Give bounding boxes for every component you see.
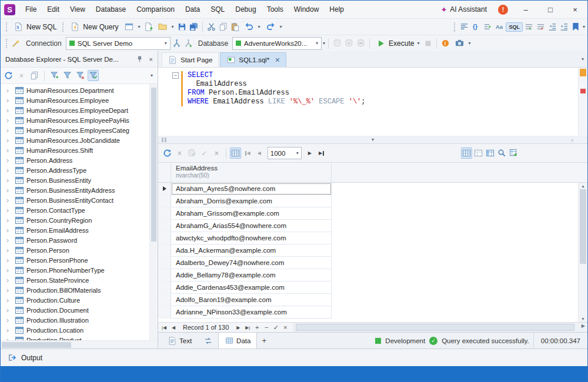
post-edit-button[interactable]: ✓ [271, 324, 280, 331]
grid-view-button[interactable] [461, 148, 472, 159]
grid-row[interactable]: Addie_Cardenas453@example.com [158, 282, 587, 294]
uncomment-lines-button[interactable] [535, 21, 546, 32]
code-snippets-button[interactable]: {} [470, 21, 482, 32]
tree-vertical-scrollbar[interactable] [149, 84, 158, 340]
email-cell[interactable]: Adolfo_Baron19@example.com [171, 294, 332, 306]
stop-execution-button[interactable] [422, 38, 433, 49]
expand-chevron-icon[interactable]: › [6, 207, 12, 213]
tree-item-table[interactable]: ›Person.AddressType [1, 165, 149, 175]
tree-item-table[interactable]: ›HumanResources.EmployeeDepart [1, 105, 149, 115]
editor-scrollbar[interactable] [578, 68, 587, 136]
expand-chevron-icon[interactable]: › [6, 297, 12, 303]
menu-tools[interactable]: Tools [262, 1, 289, 18]
tree-item-table[interactable]: ›Production.Product [1, 335, 149, 340]
expand-chevron-icon[interactable]: › [6, 257, 12, 263]
filter-button[interactable] [62, 70, 73, 81]
clear-filter-button[interactable] [75, 70, 86, 81]
tree-item-table[interactable]: ›Production.BillOfMaterials [1, 285, 149, 295]
expand-chevron-icon[interactable]: › [6, 267, 12, 273]
toolbar-grip[interactable] [6, 39, 7, 48]
schema-refresh-button[interactable] [343, 38, 355, 49]
tree-item-table[interactable]: ›Person.StateProvince [1, 275, 149, 285]
grid-row[interactable]: Ada.H_Ackerman@example.com [158, 244, 587, 257]
tree-item-table[interactable]: ›HumanResources.Shift [1, 145, 149, 155]
sql-editor[interactable]: − SELECT EmailAddressFROM Person.EmailAd… [158, 68, 587, 136]
splitter-handle-icon[interactable] [162, 138, 166, 142]
tree-item-table[interactable]: ›Production.Culture [1, 295, 149, 305]
close-button[interactable]: × [563, 1, 587, 18]
expand-chevron-icon[interactable]: › [6, 277, 12, 283]
grid-row[interactable]: abwctykc_whodpdfto@nowhere.com [158, 232, 587, 244]
save-all-button[interactable] [188, 21, 199, 32]
tab-close-icon[interactable]: ✕ [275, 56, 280, 64]
expand-chevron-icon[interactable]: › [6, 108, 12, 113]
profiler-button[interactable]: ! [440, 38, 451, 49]
add-filter-button[interactable] [49, 70, 60, 81]
compile-button[interactable] [332, 38, 343, 49]
maximize-button[interactable]: □ [538, 1, 563, 18]
expand-chevron-icon[interactable]: › [6, 177, 12, 183]
prev-record-button[interactable]: ◀ [169, 325, 178, 330]
grid-row[interactable]: Abraham_Dorris@example.com [158, 195, 587, 207]
edit-connection-button[interactable] [171, 38, 182, 49]
database-combo[interactable]: AdventureWorks20... ▾ [232, 37, 322, 50]
menu-database[interactable]: Database [91, 1, 131, 18]
expand-chevron-icon[interactable]: › [6, 227, 12, 233]
email-cell[interactable]: Abraham_Ayres5@nowhere.com [171, 183, 332, 195]
tree-item-table[interactable]: ›HumanResources.Employee [1, 95, 149, 105]
export-data-button[interactable] [508, 148, 519, 159]
tree-item-table[interactable]: ›HumanResources.Department [1, 85, 149, 95]
ai-assistant-button[interactable]: ✦ AI Assistant [435, 1, 493, 18]
close-panel-icon[interactable]: × [149, 56, 153, 63]
expand-chevron-icon[interactable]: › [6, 217, 12, 223]
email-cell[interactable]: abwctykc_whodpdfto@nowhere.com [171, 232, 332, 244]
new-file-button[interactable] [143, 21, 154, 32]
open-file-button[interactable]: ▾ [155, 20, 176, 34]
toolbar-grip[interactable] [6, 22, 7, 32]
tree-item-table[interactable]: ›HumanResources.JobCandidate [1, 135, 149, 145]
stop-data-button[interactable]: × [174, 148, 185, 159]
expand-chevron-icon[interactable]: › [6, 317, 12, 323]
bookmark-button[interactable] [570, 21, 582, 32]
document-list-caret[interactable]: ▾ [582, 56, 584, 62]
expand-chevron-icon[interactable]: › [6, 128, 12, 133]
execute-button[interactable]: Execute ▾ [373, 36, 422, 51]
pagination-toggle-button[interactable] [230, 148, 241, 159]
connection-combo[interactable]: SQL Server Demo ▾ [66, 37, 171, 50]
email-cell[interactable]: Abraham_Dorris@example.com [171, 195, 332, 207]
duplicate-object-button[interactable] [29, 70, 40, 81]
text-case-button[interactable]: Aa [494, 21, 505, 32]
expand-right-icon[interactable]: › [571, 136, 573, 143]
email-cell[interactable]: Addie_Cardenas453@example.com [171, 282, 332, 294]
grid-row[interactable]: Adolfo_Baron19@example.com [158, 294, 587, 306]
tab-text[interactable]: Text [162, 333, 198, 349]
copy-button[interactable] [218, 21, 229, 32]
card-view-button[interactable] [473, 148, 484, 159]
menu-comparison[interactable]: Comparison [131, 1, 180, 18]
grid-row[interactable]: Adalberto_Dewey74@nowhere.com [158, 257, 587, 269]
email-cell[interactable]: Adalberto_Dewey74@nowhere.com [171, 257, 332, 269]
tree-item-table[interactable]: ›Production.Illustration [1, 315, 149, 325]
expand-chevron-icon[interactable]: › [6, 118, 12, 123]
menu-debug[interactable]: Debug [230, 1, 261, 18]
expand-chevron-icon[interactable]: › [6, 307, 12, 313]
first-page-button[interactable]: ◀ [242, 148, 253, 159]
redo-button[interactable]: ▾ [263, 20, 284, 34]
filter-settings-button[interactable] [88, 70, 99, 81]
tree-horizontal-scrollbar[interactable] [1, 340, 158, 349]
apply-changes-button[interactable]: ✓ [199, 148, 210, 159]
tab-data[interactable]: Data [218, 333, 257, 349]
commit-changes-button[interactable] [186, 148, 198, 159]
toolbar-overflow-caret[interactable]: ▾ [583, 24, 585, 29]
first-record-button[interactable]: |◀ [159, 325, 169, 330]
cancel-edit-button[interactable]: × [280, 324, 290, 331]
menu-view[interactable]: View [65, 1, 91, 18]
add-result-tab-button[interactable]: + [257, 333, 271, 349]
expand-chevron-icon[interactable]: › [6, 158, 12, 163]
grid-horizontal-scrollbar[interactable]: ▶ [293, 323, 587, 332]
tree-item-table[interactable]: ›Person.PersonPhone [1, 255, 149, 265]
format-sql-button[interactable] [459, 21, 470, 32]
menu-file[interactable]: File [20, 1, 42, 18]
code-area[interactable]: SELECT EmailAddressFROM Person.EmailAddr… [158, 68, 587, 106]
expand-chevron-icon[interactable]: › [6, 138, 12, 143]
